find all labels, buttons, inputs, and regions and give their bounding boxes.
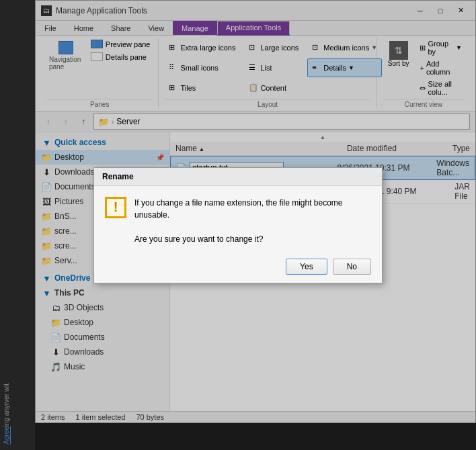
dialog-warning-icon: !: [105, 197, 126, 218]
dialog-title-bar: Rename: [94, 168, 382, 186]
dialog-title: Rename: [102, 172, 134, 181]
dialog-message-line1: If you change a file name extension, the…: [134, 197, 371, 221]
dialog-overlay: Rename ! If you change a file name exten…: [0, 0, 476, 450]
dialog-body: ! If you change a file name extension, t…: [94, 186, 382, 253]
dialog-yes-button[interactable]: Yes: [286, 259, 327, 275]
rename-dialog: Rename ! If you change a file name exten…: [93, 167, 383, 283]
dialog-footer: Yes No: [94, 253, 382, 283]
dialog-message-line2: Are you sure you want to change it?: [134, 233, 371, 245]
dialog-message: If you change a file name extension, the…: [134, 197, 371, 245]
dialog-no-button[interactable]: No: [333, 259, 371, 275]
